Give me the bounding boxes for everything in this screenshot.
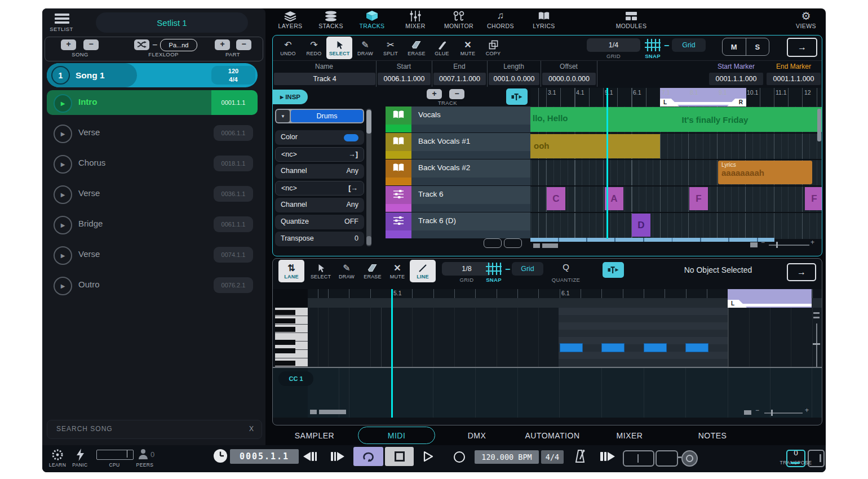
- quantize-q-icon[interactable]: Q: [552, 262, 580, 272]
- inspector-toggle-button[interactable]: ▶INSP: [273, 90, 308, 104]
- search-song-input[interactable]: [55, 424, 238, 433]
- playhead[interactable]: [606, 88, 608, 239]
- apply-arrow-button[interactable]: →: [787, 263, 816, 281]
- track-color-block[interactable]: [386, 212, 411, 238]
- zoom-out-icon[interactable]: −: [761, 238, 765, 246]
- editor-scroll-thumb[interactable]: [310, 410, 317, 414]
- piano-keys[interactable]: [275, 308, 308, 367]
- draw-tool-button[interactable]: ✎DRAW: [352, 37, 378, 59]
- track-row-back-vocals-1[interactable]: Back Vocals #1: [386, 133, 530, 159]
- track-color-block[interactable]: [386, 133, 411, 159]
- length-value[interactable]: 0001.0.0.000: [489, 73, 539, 85]
- mute-button[interactable]: M: [723, 38, 746, 55]
- timeline-hscrollbar[interactable]: [530, 238, 774, 242]
- flexloop-value[interactable]: Pa...nd: [160, 39, 197, 51]
- chevron-down-icon[interactable]: ▼: [276, 110, 290, 122]
- zoom-thumb-icon[interactable]: [750, 242, 758, 247]
- editor-scroll-bar[interactable]: [319, 410, 346, 414]
- copy-tool-button[interactable]: COPY: [480, 37, 506, 59]
- position-display[interactable]: 0005.1.1: [230, 449, 299, 464]
- cc-lane[interactable]: CC 1 − +: [273, 368, 822, 418]
- snap-grid-icon[interactable]: [645, 39, 661, 54]
- solo-button[interactable]: S: [746, 38, 769, 55]
- clock-button[interactable]: [213, 449, 228, 465]
- stop-button[interactable]: [385, 447, 414, 466]
- flexloop-shuffle-icon[interactable]: [134, 39, 149, 50]
- inspector-row-out-channel[interactable]: Channel Any: [275, 198, 364, 212]
- link-button[interactable]: [656, 450, 678, 467]
- grid-value-display[interactable]: 1/4: [587, 38, 640, 52]
- remove-song-button[interactable]: −: [83, 39, 99, 50]
- part-row-bridge[interactable]: ▶ Bridge 0061.1.1: [47, 212, 258, 237]
- tab-layers[interactable]: LAYERS: [271, 10, 310, 34]
- end-value[interactable]: 0007.1.1.000: [433, 73, 486, 85]
- auto-scroll-button[interactable]: [603, 262, 624, 278]
- editor-zoom-slider[interactable]: [764, 413, 803, 414]
- play-part-icon[interactable]: ▶: [54, 125, 72, 143]
- play-part-icon[interactable]: ▶: [54, 216, 72, 234]
- part-row-outro[interactable]: ▶ Outro 0076.2.1: [47, 273, 258, 298]
- apply-arrow-button[interactable]: →: [787, 38, 817, 57]
- editor-zoom-thumb-icon[interactable]: [744, 410, 751, 415]
- search-clear-icon[interactable]: X: [249, 425, 254, 433]
- tab-monitor[interactable]: MONITOR: [439, 10, 479, 34]
- record-button[interactable]: [454, 451, 465, 463]
- mini-scroll-bar[interactable]: [542, 243, 558, 248]
- chord-clip-f2[interactable]: F: [805, 187, 822, 210]
- count-in-button[interactable]: [623, 450, 654, 467]
- glue-tool-button[interactable]: GLUE: [429, 37, 455, 59]
- vertical-zoom-slider[interactable]: [816, 323, 817, 370]
- name-value[interactable]: Track 4: [274, 73, 375, 85]
- midi-note[interactable]: [644, 343, 667, 352]
- learn-icon[interactable]: [50, 448, 65, 464]
- grid-value-display[interactable]: 1/8: [442, 262, 491, 276]
- select-tool-button[interactable]: SELECT: [326, 37, 352, 59]
- editor-zoom-in-icon[interactable]: +: [805, 406, 809, 414]
- black-key[interactable]: [275, 327, 295, 332]
- mute-tool-button[interactable]: ✕MUTE: [384, 260, 410, 282]
- color-swatch[interactable]: [344, 134, 358, 141]
- line-tool-button[interactable]: LINE: [410, 260, 436, 282]
- timeline-vscrollbar[interactable]: [817, 109, 821, 141]
- add-track-button[interactable]: +: [427, 89, 442, 99]
- draw-tool-button[interactable]: ✎DRAW: [334, 260, 360, 282]
- part-row-intro[interactable]: ▶ Intro 0001.1.1: [47, 90, 258, 115]
- panic-icon[interactable]: [75, 448, 85, 464]
- split-tool-button[interactable]: ✂SPLIT: [378, 37, 404, 59]
- loop-region-marker[interactable]: L: [728, 289, 812, 308]
- tab-mixer[interactable]: MIXER: [596, 431, 663, 440]
- peers-icon[interactable]: [138, 449, 148, 462]
- inspector-row-in-channel[interactable]: Channel Any: [275, 164, 364, 179]
- start-marker-value[interactable]: 0001.1.1.000: [709, 73, 763, 85]
- black-key[interactable]: [275, 318, 295, 323]
- song-row[interactable]: 1 Song 1 120 4/4: [47, 63, 258, 87]
- tab-notes[interactable]: NOTES: [679, 431, 746, 440]
- editor-zoom-out-icon[interactable]: −: [755, 406, 759, 414]
- track-row-vocals[interactable]: Vocals: [386, 107, 530, 132]
- snap-mode-display[interactable]: Grid: [672, 38, 706, 52]
- setlist-menu-icon[interactable]: [55, 14, 69, 25]
- tab-stacks[interactable]: STACKS: [311, 10, 351, 34]
- snap-mode-display[interactable]: Grid: [512, 262, 543, 276]
- tab-midi[interactable]: MIDI: [358, 427, 435, 444]
- part-row-verse-3[interactable]: ▶ Verse 0074.1.1: [47, 242, 258, 267]
- search-song-box[interactable]: X: [47, 420, 262, 439]
- bpm-display[interactable]: 120.000 BPM: [475, 450, 539, 464]
- end-marker-value[interactable]: 0001.1.1.000: [767, 73, 821, 85]
- clip-lyrics-aaaah[interactable]: Lyrics aaaaaaaah: [718, 161, 812, 184]
- midi-note[interactable]: [560, 343, 583, 352]
- lane-tool-button[interactable]: ⇅LANE: [278, 260, 304, 282]
- play-part-icon[interactable]: ▶: [54, 246, 72, 265]
- song-tempo-badge[interactable]: 120 4/4: [211, 66, 255, 85]
- loop-region-marker[interactable]: L R: [660, 88, 746, 107]
- start-value[interactable]: 0006.1.1.000: [378, 73, 431, 85]
- part-row-verse-2[interactable]: ▶ Verse 0036.1.1: [47, 181, 258, 206]
- snap-grid-icon[interactable]: [486, 263, 502, 277]
- track-zoom-button-1[interactable]: [484, 238, 502, 248]
- play-button[interactable]: [423, 451, 433, 464]
- part-row-verse-1[interactable]: ▶ Verse 0006.1.1: [47, 121, 258, 145]
- track-color-block[interactable]: [386, 159, 411, 185]
- inspector-scrollbar[interactable]: [366, 109, 371, 246]
- zoom-in-icon[interactable]: +: [811, 238, 814, 246]
- tab-automation[interactable]: AUTOMATION: [513, 431, 592, 440]
